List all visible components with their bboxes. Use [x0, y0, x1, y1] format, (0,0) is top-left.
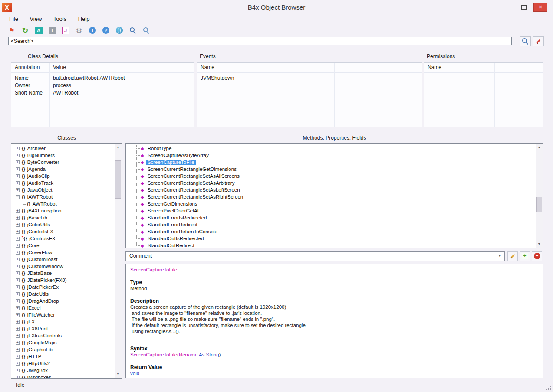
tree-scrollbar[interactable]: ▲ ▼ [115, 144, 122, 378]
tree-item[interactable]: +{}ByteConverter [11, 159, 115, 166]
menu-file[interactable]: File [5, 14, 23, 23]
tree-scrollbar-thumb[interactable] [115, 160, 121, 199]
web-search-button[interactable] [115, 26, 124, 35]
menu-view[interactable]: View [25, 14, 46, 23]
expand-icon[interactable]: + [16, 292, 20, 296]
expand-icon[interactable]: + [16, 251, 20, 255]
comment-dropdown[interactable]: Comment ▼ [125, 251, 505, 261]
tree-item[interactable]: +{}jGoogleMaps [11, 339, 115, 346]
expand-icon[interactable]: + [16, 348, 20, 352]
expand-icon[interactable]: + [16, 369, 20, 372]
expand-icon[interactable]: + [16, 320, 20, 324]
expand-icon[interactable]: + [16, 327, 20, 331]
tree-item[interactable]: +{}jDateUtils [11, 291, 115, 297]
expand-icon[interactable]: + [16, 174, 20, 178]
scroll-up-icon[interactable]: ▲ [115, 144, 122, 151]
tree-item[interactable]: +{}jFX [11, 318, 115, 325]
clear-search-button[interactable] [533, 36, 544, 46]
tree-item[interactable]: +{}jAudioTrack [11, 180, 115, 186]
member-item[interactable]: ◆ScreenCurrentRectangleSetAsArbitrary [126, 180, 536, 186]
expand-icon[interactable]: + [16, 258, 20, 261]
tree-item[interactable]: +{}JDataBase [11, 270, 115, 277]
title-bar[interactable]: X B4x Object Browser – × [0, 0, 553, 14]
member-item[interactable]: ◆StandardErrorIsRedirected [126, 214, 536, 221]
tree-item[interactable]: +{}jGraphicLib [11, 346, 115, 353]
tree-item[interactable]: +{}jControlsFX [11, 228, 115, 235]
tree-item[interactable]: +{}Archiver [11, 145, 115, 152]
search-button[interactable] [128, 26, 137, 35]
minimize-button[interactable]: – [502, 3, 514, 12]
search-next-button[interactable] [142, 26, 151, 35]
tree-item[interactable]: +{}jColorUtils [11, 221, 115, 228]
expand-icon[interactable]: + [16, 376, 20, 379]
tree-item[interactable]: +{}jB4XEncryption [11, 207, 115, 214]
expand-icon[interactable]: + [16, 209, 20, 213]
scroll-down-icon[interactable]: ▼ [115, 371, 122, 378]
run-search-button[interactable] [520, 36, 531, 46]
tree-item[interactable]: +{}jMsgboxes [11, 374, 115, 378]
tree-item[interactable]: +{}jFileWatcher [11, 311, 115, 318]
remove-comment-button[interactable]: – [532, 251, 542, 261]
class-details-row[interactable]: Short NameAWTRobot [11, 89, 194, 96]
expand-icon[interactable]: + [16, 181, 20, 185]
member-item[interactable]: ◆StandardErrorRedirect [126, 221, 536, 228]
events-name-column-header[interactable]: Name [201, 64, 214, 70]
expand-icon[interactable]: + [16, 334, 20, 338]
member-item[interactable]: ◆ScreenCurrentRectangleSetAsLeftScreen [126, 186, 536, 193]
member-item[interactable]: ◆ScreenCaptureToFile [126, 159, 536, 166]
expand-icon[interactable]: + [16, 285, 20, 289]
tree-item[interactable]: −{}jAWTRobot [11, 193, 115, 200]
tree-item[interactable]: +{}jExcel [11, 304, 115, 311]
expand-icon[interactable]: + [16, 299, 20, 303]
member-link[interactable]: ScreenCaptureToFile [130, 267, 539, 273]
tree-item[interactable]: +{}JMsgBox [11, 367, 115, 374]
event-row[interactable]: JVMShutdown [197, 74, 422, 82]
member-item[interactable]: ◆StandardOutRedirect [126, 242, 536, 248]
scroll-down-icon[interactable]: ▼ [536, 241, 543, 248]
tree-item[interactable]: +{}JavaObject [11, 186, 115, 193]
class-details-row[interactable]: Namebutt.droid.awtRobot.AWTRobot [11, 74, 194, 82]
tree-item[interactable]: +{}JDatePicker(FX8) [11, 277, 115, 284]
tree-item[interactable]: +{}jFXtrasControls [11, 332, 115, 339]
expand-icon[interactable]: + [16, 313, 20, 317]
close-button[interactable]: × [533, 3, 547, 12]
expand-icon[interactable]: + [16, 147, 20, 150]
expand-icon[interactable]: + [16, 271, 20, 275]
expand-icon[interactable]: + [16, 278, 20, 282]
b4a-button[interactable]: A [34, 26, 43, 35]
collapse-icon[interactable]: − [16, 195, 20, 199]
member-item[interactable]: ◆ScreenCaptureAsByteArray [126, 152, 536, 159]
tree-item[interactable]: +{}jHTTP [11, 353, 115, 360]
resize-grip[interactable] [546, 385, 551, 390]
member-item[interactable]: ◆ScreenCurrentRectangleSetAsAllScreens [126, 173, 536, 180]
members-scrollbar[interactable]: ▲ ▼ [536, 144, 543, 248]
tree-item[interactable]: +*{}jControlsFX [11, 235, 115, 242]
expand-icon[interactable]: + [16, 341, 20, 345]
tree-item[interactable]: +{}jCoverFlow [11, 249, 115, 256]
b4j-button[interactable]: J [61, 26, 70, 35]
value-column-header[interactable]: Value [53, 64, 66, 70]
scroll-up-icon[interactable]: ▲ [536, 144, 543, 151]
settings-button[interactable]: ⚙ [75, 26, 83, 35]
member-item[interactable]: ◆ScreenCurrentRectangleSetAsRightScreen [126, 193, 536, 200]
add-comment-button[interactable]: + [520, 251, 530, 261]
maximize-button[interactable] [518, 3, 530, 12]
tree-item[interactable]: +{}jAudioClip [11, 173, 115, 180]
tree-item[interactable]: +{}jFX8Print [11, 325, 115, 332]
expand-icon[interactable]: + [16, 223, 20, 227]
expand-icon[interactable]: + [16, 230, 20, 234]
tree-item[interactable]: +{}jBasicLib [11, 214, 115, 221]
b4i-button[interactable]: I [48, 26, 56, 35]
class-details-row[interactable]: Ownerprocess [11, 82, 194, 89]
member-item[interactable]: ◆ScreenPixelColorGetAt [126, 207, 536, 214]
expand-icon[interactable]: + [16, 362, 20, 366]
open-button[interactable]: ⚑ [7, 26, 16, 35]
tree-item[interactable]: +{}jCore [11, 242, 115, 249]
tree-item[interactable]: +{}jAgenda [11, 166, 115, 173]
permissions-name-column-header[interactable]: Name [428, 64, 441, 70]
tree-item[interactable]: +{}jCustomToast [11, 256, 115, 263]
expand-icon[interactable]: + [16, 355, 20, 359]
expand-icon[interactable]: + [16, 216, 20, 220]
members-scrollbar-thumb[interactable] [536, 197, 542, 212]
info-button[interactable]: i [88, 26, 97, 35]
